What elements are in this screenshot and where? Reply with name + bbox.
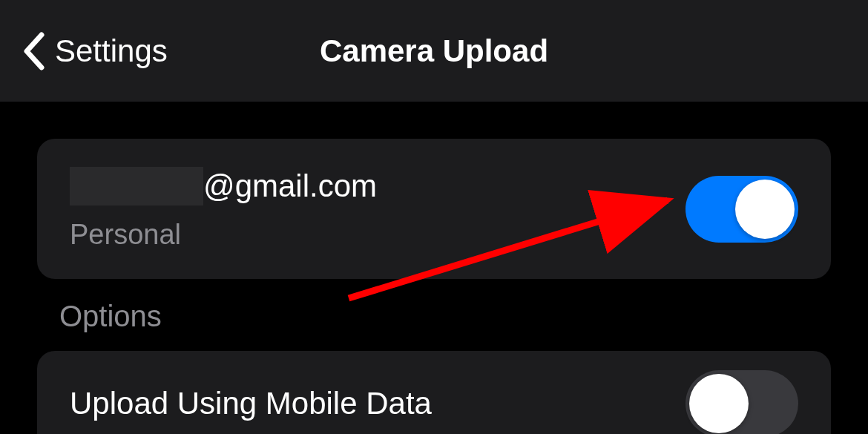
mobile-data-toggle[interactable] (685, 370, 798, 435)
back-label: Settings (55, 33, 168, 69)
options-section-header: Options (37, 279, 831, 351)
redacted-username (70, 167, 203, 206)
mobile-data-row: Upload Using Mobile Data (37, 351, 831, 434)
account-card: @gmail.com Personal (37, 139, 831, 279)
account-info: @gmail.com Personal (70, 167, 377, 251)
account-type-label: Personal (70, 219, 377, 251)
toggle-knob (689, 374, 749, 433)
content-area: @gmail.com Personal Options Upload Using… (0, 102, 868, 434)
mobile-data-label: Upload Using Mobile Data (70, 386, 432, 421)
toggle-knob (735, 180, 795, 239)
account-email: @gmail.com (70, 167, 377, 206)
email-domain-text: @gmail.com (203, 168, 377, 204)
back-button[interactable]: Settings (22, 32, 168, 70)
navigation-bar: Settings Camera Upload (0, 0, 868, 102)
chevron-left-icon (22, 32, 46, 70)
page-title: Camera Upload (320, 33, 548, 69)
camera-upload-toggle[interactable] (685, 176, 798, 243)
